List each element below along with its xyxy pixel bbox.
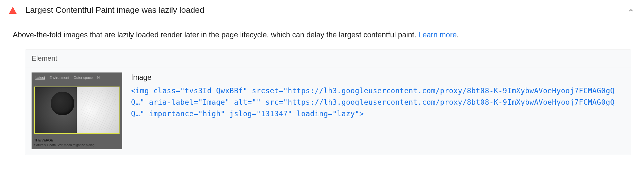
thumb-tab: Environment (49, 76, 69, 80)
audit-description: Above-the-fold images that are lazily lo… (13, 29, 631, 41)
element-details: Image <img class="tvs3Id QwxBBf" srcset=… (131, 72, 625, 149)
element-table: Element Latest Environment Outer space N… (25, 49, 631, 155)
fail-triangle-icon (9, 7, 17, 14)
audit-description-text: Above-the-fold images that are lazily lo… (13, 31, 418, 39)
thumbnail-caption: THE VERGE Saturn's 'Death Star' moon mig… (34, 138, 120, 147)
chevron-up-icon[interactable] (628, 7, 634, 13)
thumbnail-caption-text: Saturn's 'Death Star' moon might be hidi… (34, 143, 120, 147)
thumbnail-brand: THE VERGE (34, 138, 120, 142)
audit-header[interactable]: Largest Contentful Paint image was lazil… (0, 0, 644, 21)
thumb-tab: Outer space (74, 76, 93, 80)
learn-more-link[interactable]: Learn more (418, 31, 457, 39)
audit-description-suffix: . (457, 31, 459, 39)
thumb-tab: Latest (35, 76, 45, 80)
element-html-snippet: <img class="tvs3Id QwxBBf" srcset="https… (131, 85, 625, 119)
element-thumbnail: Latest Environment Outer space N THE VER… (32, 72, 122, 149)
thumbnail-image (34, 87, 120, 134)
thumb-tab: N (97, 76, 100, 80)
table-row: Latest Environment Outer space N THE VER… (25, 67, 631, 155)
audit-item: Largest Contentful Paint image was lazil… (0, 0, 644, 162)
table-header-element: Element (25, 50, 631, 67)
element-label: Image (131, 73, 625, 82)
audit-body: Above-the-fold images that are lazily lo… (0, 21, 644, 162)
audit-title: Largest Contentful Paint image was lazil… (26, 5, 628, 15)
thumbnail-tabs: Latest Environment Outer space N (32, 72, 122, 81)
